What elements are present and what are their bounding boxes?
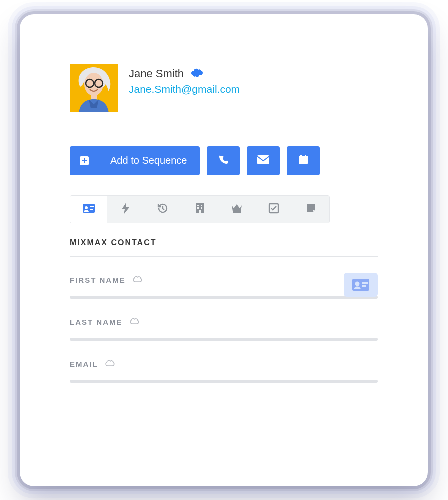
cloud-outline-icon (131, 275, 144, 286)
email-input[interactable] (70, 380, 378, 383)
svg-rect-28 (362, 285, 366, 287)
svg-rect-23 (233, 211, 241, 213)
note-icon (306, 203, 316, 215)
contact-header: Jane Smith Jane.Smith@gmail.com (70, 64, 378, 112)
section-divider (70, 256, 378, 257)
email-label: EMAIL (70, 360, 98, 368)
history-icon (157, 202, 169, 216)
add-to-sequence-button[interactable]: Add to Sequence (70, 146, 200, 175)
tab-tasks[interactable] (256, 196, 292, 223)
tab-notes[interactable] (292, 196, 330, 223)
plus-icon (70, 155, 99, 166)
panel-frame: Jane Smith Jane.Smith@gmail.com Add to S… (20, 14, 428, 486)
cloud-outline-icon (128, 317, 141, 328)
field-email: EMAIL (70, 359, 378, 383)
svg-rect-12 (305, 155, 306, 157)
svg-rect-16 (90, 209, 93, 210)
call-button[interactable] (207, 146, 240, 175)
svg-rect-22 (199, 210, 201, 213)
svg-rect-15 (90, 206, 94, 207)
svg-rect-8 (258, 155, 270, 164)
svg-rect-21 (201, 207, 202, 209)
svg-rect-10 (299, 156, 308, 159)
svg-rect-4 (91, 93, 97, 99)
mail-icon (257, 155, 270, 166)
svg-rect-19 (201, 205, 202, 206)
svg-point-14 (85, 206, 88, 209)
first-name-input[interactable] (70, 296, 378, 299)
contact-email[interactable]: Jane.Smith@gmail.com (129, 83, 240, 95)
svg-point-26 (356, 281, 360, 286)
field-last-name: LAST NAME (70, 317, 378, 341)
tab-contact[interactable] (70, 196, 108, 223)
tab-activity[interactable] (108, 196, 144, 223)
last-name-label: LAST NAME (70, 318, 123, 326)
contact-name: Jane Smith (129, 67, 184, 80)
first-name-label: FIRST NAME (70, 276, 126, 284)
contact-name-block: Jane Smith Jane.Smith@gmail.com (129, 64, 240, 95)
id-card-icon (82, 203, 96, 215)
cloud-outline-icon (104, 359, 116, 370)
field-first-name: FIRST NAME (70, 275, 378, 299)
calendar-icon (298, 154, 309, 167)
crown-icon (231, 203, 243, 215)
phone-icon (218, 154, 230, 167)
email-button[interactable] (247, 146, 280, 175)
contact-card-badge[interactable] (344, 273, 378, 297)
contact-sidebar-panel: Jane Smith Jane.Smith@gmail.com Add to S… (40, 34, 408, 469)
svg-rect-27 (362, 282, 368, 284)
svg-rect-7 (82, 160, 87, 161)
calendar-button[interactable] (287, 146, 320, 175)
tab-crown[interactable] (218, 196, 256, 223)
svg-rect-18 (198, 205, 199, 206)
avatar (70, 64, 118, 112)
section-title: MIXMAX CONTACT (70, 238, 378, 247)
tab-bar (70, 195, 330, 223)
lightning-icon (122, 202, 130, 216)
last-name-input[interactable] (70, 338, 378, 341)
svg-rect-11 (300, 155, 302, 157)
svg-rect-20 (198, 207, 199, 209)
tab-history[interactable] (144, 196, 182, 223)
salesforce-cloud-icon (190, 68, 204, 80)
tab-company[interactable] (182, 196, 218, 223)
checkbox-icon (268, 203, 280, 216)
action-bar: Add to Sequence (70, 146, 378, 175)
building-icon (196, 203, 204, 216)
add-to-sequence-label: Add to Sequence (100, 155, 187, 166)
